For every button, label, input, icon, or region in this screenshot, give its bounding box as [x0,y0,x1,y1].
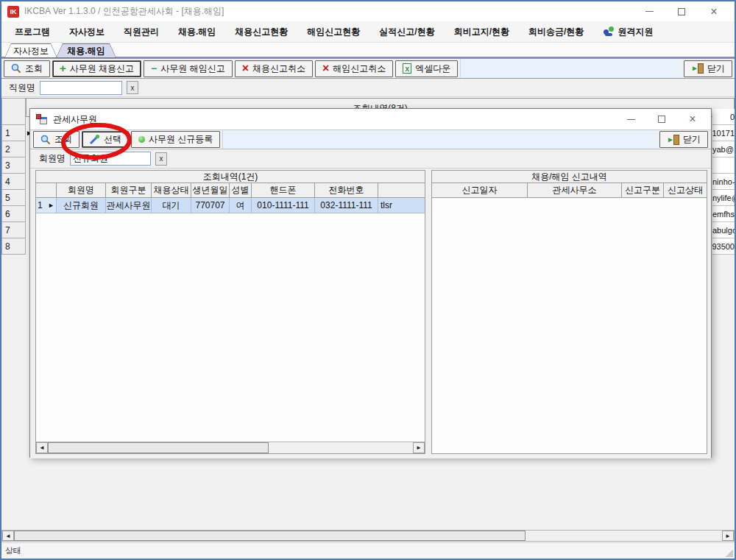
window-title: IKCBA Ver 1.1.3.0 / 인천공항관세사회 - [채용.해임] [24,5,224,18]
customs-clerk-dialog: 관세사무원 × 조회 선택 사무원 신규등록 ► 닫 [29,108,712,458]
col-report-status[interactable]: 신고상태 [664,183,707,197]
dialog-toolbar-spacer [222,130,657,149]
tab-company-info[interactable]: 자사정보 [4,43,57,58]
dialog-maximize-button[interactable] [646,109,677,130]
col-phone[interactable]: 전화번호 [315,183,378,197]
row-header[interactable]: 7 [1,222,26,238]
minimize-button[interactable] [633,1,665,21]
close-button[interactable]: × [698,1,730,21]
scrollbar-track[interactable] [14,531,722,541]
menu-remote-support[interactable]: 원격지원 [603,26,653,38]
menu-fee-notice[interactable]: 회비고지/현황 [454,26,509,38]
menu-company-info[interactable]: 자사정보 [69,26,105,38]
scrollbar-track[interactable] [48,442,413,453]
excel-icon [403,63,411,74]
register-clerk-label: 사무원 신규등록 [149,133,213,146]
menu-program[interactable]: 프로그램 [15,26,50,38]
resize-grip[interactable] [726,550,733,557]
excel-download-button[interactable]: 엑셀다운 [395,60,458,77]
window-controls: × [633,1,730,21]
scrollbar-thumb[interactable] [48,442,269,453]
scroll-right-arrow[interactable]: ► [722,531,734,541]
row-header[interactable]: 1 [1,125,26,141]
close-screen-button[interactable]: ► 닫기 [684,60,732,77]
row-header[interactable]: 4 [1,174,26,190]
title-bar: IK IKCBA Ver 1.1.3.0 / 인천공항관세사회 - [채용.해임… [1,1,735,21]
search-button[interactable]: 조회 [4,60,50,77]
hire-report-button[interactable]: 사무원 채용신고 [52,60,141,77]
background-grid-row-headers: 1 2 3 4 5 6 7 8 [1,98,26,255]
search-button-label: 조회 [25,63,43,75]
dialog-title-bar: 관세사무원 × [30,109,711,130]
maximize-button[interactable] [665,1,698,21]
col-customs-office[interactable]: 관세사무소 [528,183,622,197]
scroll-right-arrow[interactable]: ► [413,442,425,453]
row-header[interactable]: 6 [1,206,26,222]
col-birthdate[interactable]: 생년월일 [191,183,230,197]
clipped-cell [712,157,735,174]
toolbar-spacer [460,59,682,78]
menu-dismiss-status[interactable]: 해임신고현황 [307,26,360,38]
col-member-type[interactable]: 회원구분 [106,183,152,197]
col-mobile[interactable]: 핸드폰 [252,183,315,197]
report-group-header: 채용/해임 신고내역 [432,171,707,183]
col-hire-status[interactable]: 채용상태 [152,183,191,197]
menu-performance[interactable]: 실적신고/현황 [379,26,434,38]
dialog-close-action-button[interactable]: ► 닫기 [659,131,708,148]
status-bar: 상태 [1,542,735,559]
menu-staff-manage[interactable]: 직원관리 [124,26,159,38]
member-name-input[interactable] [70,152,151,166]
col-report-type[interactable]: 신고구분 [622,183,664,197]
dismiss-report-button[interactable]: 사무원 해임신고 [144,60,233,77]
member-name-clear-button[interactable]: x [155,152,167,166]
dismiss-cancel-button[interactable]: 해임신고취소 [315,60,393,77]
employee-name-input[interactable] [40,81,122,95]
select-button-label: 선택 [104,133,121,146]
clipped-cell: 893500 [712,238,735,255]
row-header[interactable]: 3 [1,157,26,174]
menu-remote-support-label: 원격지원 [618,26,653,38]
row-header[interactable]: 8 [1,238,26,255]
member-row-selected[interactable]: 1► 신규회원 관세사무원 대기 770707 여 010-1111-111 0… [36,198,425,213]
employee-name-clear-button[interactable]: x [127,81,138,94]
app-window: IK IKCBA Ver 1.1.3.0 / 인천공항관세사회 - [채용.해임… [0,0,736,560]
menu-fee-remit[interactable]: 회비송금/현황 [528,26,584,38]
cell-mobile: 010-1111-111 [252,198,315,213]
hire-cancel-button[interactable]: 채용신고취소 [235,60,313,77]
clipped-cell: nylife@ [712,190,735,206]
current-row-marker-icon: ► [48,202,54,209]
cell-gender: 여 [230,198,252,213]
main-toolbar: 조회 사무원 채용신고 사무원 해임신고 채용신고취소 해임신고취소 엑셀다운 … [1,58,735,79]
dialog-close-action-label: 닫기 [683,133,701,146]
cell-clipped: tlsr [378,198,425,213]
cell-member-type: 관세사무원 [106,198,152,213]
scroll-left-arrow[interactable]: ◄ [36,442,48,453]
col-report-date[interactable]: 신고일자 [432,183,528,197]
menu-hire-dismiss[interactable]: 채용.해임 [178,26,216,38]
hire-cancel-label: 채용신고취소 [252,63,305,75]
tab-strip: 자사정보 채용.해임 [1,43,735,58]
red-x-icon [242,63,249,74]
col-gender[interactable]: 성별 [230,183,252,197]
hire-report-label: 사무원 채용신고 [70,63,134,75]
tab-hire-dismiss[interactable]: 채용.해임 [56,43,116,58]
red-x-icon [322,63,329,74]
scroll-left-arrow[interactable]: ◄ [2,531,14,541]
door-exit-icon: ► [691,63,704,74]
dialog-close-button[interactable]: × [677,109,708,130]
clipped-cell: emfhs [712,206,735,222]
register-clerk-button[interactable]: 사무원 신규등록 [131,131,220,148]
employee-name-label: 직원명 [9,82,35,94]
form-window-icon [36,114,47,124]
row-number-cell: 1► [36,198,57,213]
scrollbar-thumb[interactable] [14,531,526,541]
col-member-name[interactable]: 회원명 [57,183,106,197]
dialog-search-button[interactable]: 조회 [33,131,79,148]
select-button[interactable]: 선택 [82,131,129,148]
row-header[interactable]: 2 [1,141,26,157]
row-header[interactable]: 5 [1,190,26,206]
row-number: 1 [38,200,43,210]
menu-hire-status[interactable]: 채용신고현황 [235,26,288,38]
dialog-minimize-button[interactable] [615,109,646,130]
dialog-toolbar: 조회 선택 사무원 신규등록 ► 닫기 [30,130,711,149]
